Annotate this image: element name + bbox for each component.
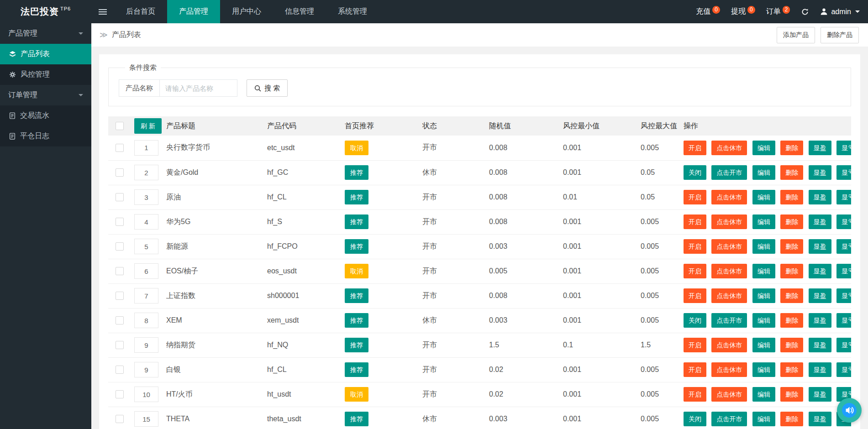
show-loss-button[interactable]: 显亏 [836, 362, 851, 377]
market-open-button[interactable]: 点击开市 [711, 165, 747, 180]
show-profit-button[interactable]: 显盈 [809, 288, 831, 303]
edit-button[interactable]: 编辑 [752, 214, 775, 229]
delete-button[interactable]: 删除 [780, 288, 803, 303]
edit-button[interactable]: 编辑 [752, 338, 775, 352]
delete-button[interactable]: 删除 [780, 362, 803, 377]
recommend-toggle-button[interactable]: 推荐 [345, 165, 368, 180]
sort-input[interactable] [134, 411, 158, 427]
sort-input[interactable] [134, 239, 158, 254]
recommend-toggle-button[interactable]: 推荐 [345, 412, 368, 426]
edit-button[interactable]: 编辑 [752, 313, 775, 328]
sidebar-item-order-management[interactable]: 订单管理 [0, 85, 91, 105]
recommend-toggle-button[interactable]: 推荐 [345, 362, 368, 377]
row-checkbox[interactable] [116, 144, 124, 152]
edit-button[interactable]: 编辑 [752, 141, 775, 155]
edit-button[interactable]: 编辑 [752, 288, 775, 303]
edit-button[interactable]: 编辑 [752, 362, 775, 377]
delete-button[interactable]: 删除 [780, 165, 803, 180]
enable-button[interactable]: 开启 [684, 239, 706, 254]
row-checkbox[interactable] [116, 366, 124, 374]
market-close-button[interactable]: 点击休市 [711, 141, 747, 155]
enable-button[interactable]: 开启 [684, 264, 706, 278]
show-loss-button[interactable]: 显亏 [836, 214, 851, 229]
sort-input[interactable] [134, 362, 158, 377]
disable-button[interactable]: 关闭 [684, 412, 706, 426]
delete-button[interactable]: 删除 [780, 338, 803, 352]
sidebar-item-close-log[interactable]: 平仓日志 [0, 126, 91, 146]
topbar-shortcut[interactable]: 提现 0 [731, 7, 755, 16]
sort-input[interactable] [134, 140, 158, 156]
enable-button[interactable]: 开启 [684, 338, 706, 352]
audio-toggle-button[interactable] [837, 398, 862, 423]
recommend-toggle-button[interactable]: 取消 [345, 141, 368, 155]
sort-input[interactable] [134, 214, 158, 230]
enable-button[interactable]: 开启 [684, 387, 706, 402]
row-checkbox[interactable] [116, 168, 124, 177]
market-close-button[interactable]: 点击休市 [711, 288, 747, 303]
topbar-shortcut[interactable]: 充值 0 [696, 7, 720, 16]
market-close-button[interactable]: 点击休市 [711, 190, 747, 204]
show-profit-button[interactable]: 显盈 [809, 338, 831, 352]
enable-button[interactable]: 开启 [684, 214, 706, 229]
product-name-input[interactable] [160, 79, 237, 97]
market-close-button[interactable]: 点击休市 [711, 387, 747, 402]
market-open-button[interactable]: 点击开市 [711, 412, 747, 426]
show-loss-button[interactable]: 显亏 [836, 288, 851, 303]
show-loss-button[interactable]: 显亏 [836, 165, 851, 180]
enable-button[interactable]: 开启 [684, 190, 706, 204]
show-loss-button[interactable]: 显亏 [836, 338, 851, 352]
show-profit-button[interactable]: 显盈 [809, 214, 831, 229]
refresh-button[interactable]: 刷 新 [134, 118, 162, 134]
edit-button[interactable]: 编辑 [752, 239, 775, 254]
top-menu-item[interactable]: 产品管理 [167, 0, 220, 23]
recommend-toggle-button[interactable]: 推荐 [345, 288, 368, 303]
row-checkbox[interactable] [116, 218, 124, 226]
sidebar-item-product-management[interactable]: 产品管理 [0, 23, 91, 44]
disable-button[interactable]: 关闭 [684, 165, 706, 180]
show-loss-button[interactable]: 显亏 [836, 190, 851, 204]
delete-button[interactable]: 删除 [780, 313, 803, 328]
show-profit-button[interactable]: 显盈 [809, 239, 831, 254]
topbar-shortcut[interactable]: 订单 2 [766, 7, 790, 16]
edit-button[interactable]: 编辑 [752, 190, 775, 204]
show-profit-button[interactable]: 显盈 [809, 362, 831, 377]
market-close-button[interactable]: 点击休市 [711, 239, 747, 254]
row-checkbox[interactable] [116, 415, 124, 423]
delete-button[interactable]: 删除 [780, 387, 803, 402]
row-checkbox[interactable] [116, 242, 124, 251]
sort-input[interactable] [134, 288, 158, 303]
market-close-button[interactable]: 点击休市 [711, 214, 747, 229]
show-profit-button[interactable]: 显盈 [809, 264, 831, 278]
show-profit-button[interactable]: 显盈 [809, 412, 831, 426]
show-loss-button[interactable]: 显亏 [836, 141, 851, 155]
recommend-toggle-button[interactable]: 取消 [345, 264, 368, 278]
select-all-checkbox[interactable] [116, 122, 124, 130]
row-checkbox[interactable] [116, 390, 124, 398]
recommend-toggle-button[interactable]: 取消 [345, 387, 368, 402]
market-close-button[interactable]: 点击休市 [711, 338, 747, 352]
sidebar-item-product-list[interactable]: 产品列表 [0, 44, 91, 64]
top-menu-item[interactable]: 系统管理 [326, 0, 379, 23]
show-loss-button[interactable]: 显亏 [836, 313, 851, 328]
market-close-button[interactable]: 点击休市 [711, 362, 747, 377]
sidebar-item-trade-flow[interactable]: 交易流水 [0, 105, 91, 126]
row-checkbox[interactable] [116, 316, 124, 324]
enable-button[interactable]: 开启 [684, 362, 706, 377]
top-menu-item[interactable]: 用户中心 [220, 0, 273, 23]
sort-input[interactable] [134, 313, 158, 328]
show-profit-button[interactable]: 显盈 [809, 313, 831, 328]
delete-button[interactable]: 删除 [780, 239, 803, 254]
delete-button[interactable]: 删除 [780, 264, 803, 278]
sort-input[interactable] [134, 387, 158, 402]
row-checkbox[interactable] [116, 341, 124, 349]
refresh-icon[interactable] [801, 8, 809, 16]
edit-button[interactable]: 编辑 [752, 412, 775, 426]
recommend-toggle-button[interactable]: 推荐 [345, 239, 368, 254]
delete-button[interactable]: 删除 [780, 214, 803, 229]
show-profit-button[interactable]: 显盈 [809, 165, 831, 180]
sort-input[interactable] [134, 189, 158, 205]
add-product-button[interactable]: 添加产品 [777, 27, 815, 43]
market-close-button[interactable]: 点击休市 [711, 264, 747, 278]
sort-input[interactable] [134, 263, 158, 279]
sidebar-item-risk-management[interactable]: 风控管理 [0, 64, 91, 85]
